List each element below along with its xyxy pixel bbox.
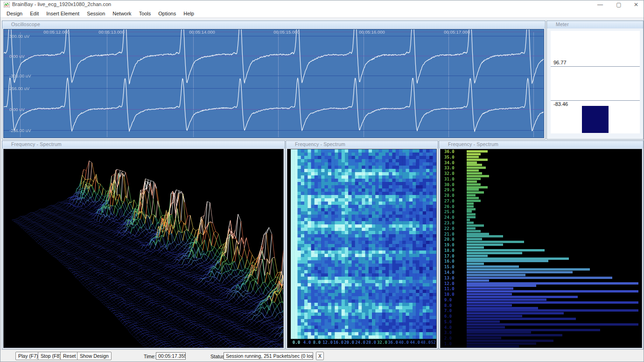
- frequency-bar: [467, 323, 638, 326]
- frequency-bar: [467, 216, 476, 218]
- menu-item-insert-element[interactable]: Insert Element: [42, 10, 83, 17]
- menu-item-session[interactable]: Session: [83, 10, 109, 17]
- bar-frequency-label: 33.0: [444, 166, 455, 170]
- bar-frequency-label: 14.0: [444, 271, 455, 275]
- minimize-button[interactable]: —: [592, 0, 608, 9]
- frequency-bar: [467, 260, 548, 262]
- meter-panel: Meter 96.77 -83.46: [546, 21, 644, 139]
- frequency-bar: [467, 252, 522, 254]
- osc-scale-label-ch2: 256.00 uV: [9, 86, 29, 91]
- frequency-bar: [467, 293, 512, 295]
- bar-frequency-label: 7.0: [444, 309, 452, 313]
- spectrogram-panel-titlebar[interactable]: Frequency - Spectrum: [286, 141, 438, 148]
- frequency-bar: [467, 213, 476, 216]
- show-design-button[interactable]: Show Design: [77, 352, 112, 360]
- frequency-bar: [467, 279, 489, 282]
- osc-scale-label-ch2: 0.00 uV: [9, 107, 25, 112]
- meter-lower-value: -83.46: [553, 101, 568, 107]
- frequency-bar: [467, 244, 503, 246]
- osc-scale-label-ch1: 0.00 uV: [9, 53, 25, 58]
- close-button[interactable]: ✕: [628, 0, 644, 9]
- meter-color-square: [582, 106, 609, 133]
- bar-frequency-label: 15.0: [444, 265, 455, 269]
- frequency-bar: [467, 197, 479, 199]
- meter-title: Meter: [556, 21, 569, 27]
- spectrogram-axis-label: 52.0: [431, 340, 437, 345]
- bar-frequency-label: 8.0: [444, 304, 452, 308]
- bar-frequency-label: 12.0: [444, 282, 455, 286]
- bar-frequency-label: 31.0: [444, 177, 455, 181]
- osc-time-label: 00:05:16.000: [359, 29, 385, 35]
- osc-scale-label-ch1: -300.00 uV: [9, 73, 31, 78]
- frequency-bar: [467, 334, 562, 336]
- bar-frequency-label: 10.0: [444, 292, 455, 297]
- spectrogram-title: Frequency - Spectrum: [295, 141, 345, 147]
- frequency-bar: [467, 210, 472, 213]
- spectrum3d-display[interactable]: [3, 149, 284, 348]
- spectrum3d-title: Frequency - Spectrum: [11, 141, 62, 147]
- meter-display[interactable]: 96.77 -83.46: [548, 29, 642, 138]
- bar-frequency-label: 36.0: [444, 150, 455, 154]
- frequency-bar: [467, 169, 479, 172]
- status-close-button[interactable]: X: [316, 352, 324, 360]
- bar-frequency-label: 2.0: [444, 336, 452, 341]
- frequency-bars-panel-titlebar[interactable]: Frequency - Spectrum: [439, 141, 643, 148]
- bar-frequency-label: 25.0: [444, 210, 455, 214]
- spectrogram-display[interactable]: 0.04.08.012.016.020.024.028.032.036.040.…: [287, 149, 437, 348]
- frequency-bars-display[interactable]: 36.035.034.033.032.031.030.029.028.027.0…: [440, 149, 642, 348]
- frequency-bar: [467, 296, 578, 298]
- frequency-bar: [467, 287, 513, 290]
- time-label: Time:: [144, 354, 156, 359]
- bar-frequency-label: 30.0: [444, 183, 455, 187]
- frequency-bar: [467, 277, 612, 279]
- oscilloscope-panel-titlebar[interactable]: Oscilloscope: [2, 21, 545, 28]
- frequency-bar: [467, 312, 564, 314]
- spectrogram-axis-label: 20.0: [344, 340, 354, 345]
- menu-item-design[interactable]: Design: [3, 10, 26, 17]
- play-button[interactable]: Play (F7): [15, 352, 41, 360]
- frequency-bar: [467, 299, 546, 301]
- osc-time-label: 00:05:13.000: [98, 29, 124, 35]
- frequency-bar: [467, 224, 484, 227]
- frequency-bar: [467, 265, 519, 268]
- bar-frequency-label: 5.0: [444, 320, 452, 324]
- osc-time-label: 00:05:12.000: [43, 29, 69, 35]
- frequency-bar: [467, 230, 481, 232]
- status-field[interactable]: Session running, 251 Packets/sec (0 lost…: [224, 352, 313, 360]
- frequency-bar: [467, 222, 474, 224]
- bar-frequency-label: 22.0: [444, 227, 455, 231]
- frequency-bar: [467, 191, 484, 194]
- menu-item-tools[interactable]: Tools: [135, 10, 155, 17]
- frequency-bar: [467, 263, 484, 265]
- menu-item-network[interactable]: Network: [109, 10, 135, 17]
- meter-panel-titlebar[interactable]: Meter: [547, 21, 643, 28]
- frequency-bar: [467, 153, 481, 155]
- status-bar: Play (F7) Stop (F8) Reset Show Design Ti…: [0, 349, 644, 362]
- menu-item-edit[interactable]: Edit: [26, 10, 42, 17]
- menu-item-help[interactable]: Help: [180, 10, 198, 17]
- bar-frequency-label: 19.0: [444, 243, 455, 247]
- frequency-bars-panel: Frequency - Spectrum 36.035.034.033.032.…: [439, 140, 644, 349]
- time-field[interactable]: 00:05:17.355: [156, 352, 186, 360]
- bar-frequency-label: 24.0: [444, 216, 455, 220]
- window-titlebar[interactable]: BrainBay - live_ecg_1920x1080_2chan.con …: [0, 0, 644, 10]
- frequency-bar: [467, 285, 536, 287]
- frequency-bar: [467, 255, 488, 257]
- oscilloscope-title: Oscilloscope: [11, 21, 40, 27]
- frequency-bar: [467, 233, 489, 235]
- frequency-bar: [467, 318, 576, 320]
- oscilloscope-display[interactable]: 00:05:12.00000:05:13.00000:05:14.00000:0…: [3, 29, 544, 138]
- frequency-bar: [467, 307, 538, 309]
- frequency-bar: [467, 202, 474, 205]
- bar-frequency-label: 35.0: [444, 155, 455, 160]
- frequency-bar: [467, 249, 545, 251]
- menu-bar: DesignEditInsert ElementSessionNetworkTo…: [0, 9, 644, 18]
- reset-button[interactable]: Reset: [60, 352, 78, 360]
- frequency-bar: [467, 188, 479, 191]
- maximize-button[interactable]: ▢: [611, 0, 627, 9]
- bar-frequency-label: 34.0: [444, 161, 455, 165]
- frequency-bar: [467, 235, 503, 237]
- menu-item-options[interactable]: Options: [154, 10, 180, 17]
- spectrum3d-panel-titlebar[interactable]: Frequency - Spectrum: [2, 141, 285, 148]
- app-chart-icon: [4, 2, 10, 7]
